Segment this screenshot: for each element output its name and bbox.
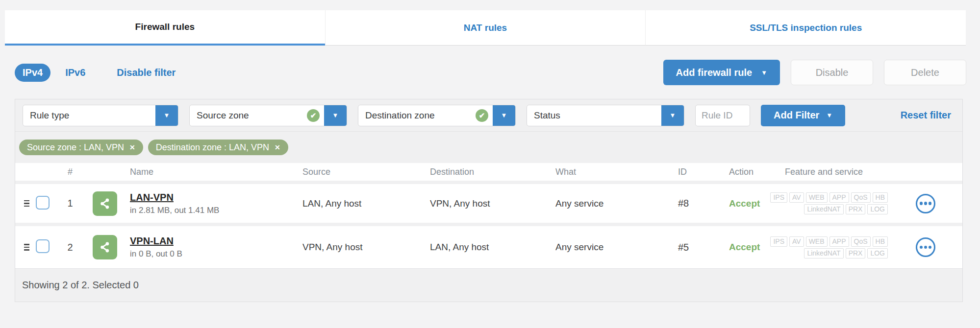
delete-button[interactable]: Delete	[884, 60, 966, 85]
rule-traffic-stats: in 0 B, out 0 B	[130, 249, 182, 259]
close-icon[interactable]: ✕	[129, 143, 135, 151]
badge-log: LOG	[867, 248, 888, 258]
row-number: 2	[53, 242, 87, 253]
tab-label: SSL/TLS inspection rules	[750, 23, 862, 33]
rule-destination: VPN, Any host	[424, 198, 550, 209]
rule-name-cell: VPN-LAN in 0 B, out 0 B	[87, 235, 297, 259]
chevron-down-icon: ▼	[826, 112, 832, 118]
table-row: 2 VPN-LAN in 0 B, out 0 B VPN, Any host …	[15, 226, 962, 268]
rule-type-tabs: Firewall rules NAT rules SSL/TLS inspect…	[5, 10, 966, 46]
header-action: Action	[709, 167, 765, 177]
rule-action: Accept	[709, 242, 765, 253]
add-firewall-rule-label: Add firewall rule	[676, 67, 753, 78]
toolbar: IPv4 IPv6 Disable filter Add firewall ru…	[15, 60, 966, 85]
header-number: #	[53, 167, 87, 177]
tab-label: NAT rules	[464, 23, 507, 33]
badge-linkednat: LinkedNAT	[804, 204, 843, 214]
table-header: # Name Source Destination What ID Action…	[15, 163, 962, 184]
status-dropdown-label: Status	[527, 110, 661, 121]
add-firewall-rule-button[interactable]: Add firewall rule ▼	[663, 60, 780, 85]
active-filter-chips: Source zone : LAN, VPN ✕ Destination zon…	[15, 131, 962, 163]
rule-destination: LAN, Any host	[424, 242, 550, 253]
source-zone-dropdown[interactable]: Source zone ✔ ▼	[189, 105, 347, 126]
badge-hb: HB	[873, 192, 888, 203]
tab-firewall-rules[interactable]: Firewall rules	[5, 10, 325, 46]
badge-av: AV	[789, 236, 804, 247]
rule-name-link[interactable]: VPN-LAN	[130, 235, 182, 247]
rule-source: VPN, Any host	[297, 242, 424, 253]
rule-name-block: LAN-VPN in 2.81 MB, out 1.41 MB	[130, 192, 219, 215]
rule-id: #5	[672, 242, 709, 253]
badge-log: LOG	[867, 204, 888, 214]
toolbar-actions: Add firewall rule ▼ Disable Delete	[663, 60, 966, 85]
header-id: ID	[672, 167, 709, 177]
tab-label: Firewall rules	[135, 22, 195, 32]
filter-chip-label: Destination zone : LAN, VPN	[156, 142, 269, 153]
badge-app: APP	[829, 236, 849, 247]
rule-name-block: VPN-LAN in 0 B, out 0 B	[130, 235, 182, 259]
filter-row: Rule type ▼ Source zone ✔ ▼ Destination …	[15, 99, 962, 131]
rule-what: Any service	[550, 198, 672, 209]
rule-id: #8	[672, 198, 709, 209]
badge-av: AV	[789, 192, 804, 203]
destination-zone-dropdown[interactable]: Destination zone ✔ ▼	[358, 105, 516, 126]
status-dropdown[interactable]: Status ▼	[527, 105, 684, 126]
badge-prx: PRX	[846, 204, 866, 214]
rule-traffic-stats: in 2.81 MB, out 1.41 MB	[130, 206, 219, 215]
badge-web: WEB	[806, 236, 828, 247]
chevron-down-icon[interactable]: ▼	[324, 105, 347, 126]
badge-app: APP	[829, 192, 849, 203]
filter-chip-source-zone[interactable]: Source zone : LAN, VPN ✕	[19, 140, 143, 155]
header-what: What	[550, 167, 672, 177]
destination-zone-dropdown-label: Destination zone	[358, 110, 476, 121]
filter-chip-destination-zone[interactable]: Destination zone : LAN, VPN ✕	[148, 140, 288, 155]
header-destination: Destination	[424, 167, 550, 177]
rule-type-dropdown[interactable]: Rule type ▼	[23, 105, 178, 126]
rule-type-dropdown-label: Rule type	[23, 110, 155, 121]
more-actions-icon[interactable]	[916, 194, 935, 213]
rule-name-cell: LAN-VPN in 2.81 MB, out 1.41 MB	[87, 191, 297, 216]
rule-name-link[interactable]: LAN-VPN	[130, 192, 219, 203]
chevron-down-icon[interactable]: ▼	[155, 105, 178, 126]
share-network-icon[interactable]	[93, 235, 117, 259]
share-network-icon[interactable]	[93, 191, 117, 216]
check-icon: ✔	[476, 109, 488, 122]
showing-selected-status: Showing 2 of 2. Selected 0	[22, 280, 139, 291]
feature-badges: IPS AV WEB APP QoS HB LinkedNAT PRX LOG	[765, 192, 889, 214]
more-actions-icon[interactable]	[916, 237, 935, 257]
badge-hb: HB	[873, 236, 888, 247]
close-icon[interactable]: ✕	[275, 143, 280, 151]
chevron-down-icon[interactable]: ▼	[661, 105, 684, 126]
row-checkbox[interactable]	[36, 239, 50, 253]
reset-filter-link[interactable]: Reset filter	[901, 110, 951, 121]
rule-source: LAN, Any host	[297, 198, 424, 209]
add-filter-button[interactable]: Add Filter ▼	[761, 105, 845, 126]
badge-qos: QoS	[851, 236, 871, 247]
badge-prx: PRX	[846, 248, 866, 258]
rule-what: Any service	[550, 242, 672, 253]
row-checkbox[interactable]	[36, 196, 50, 210]
check-icon: ✔	[307, 109, 320, 122]
firewall-rules-panel: Rule type ▼ Source zone ✔ ▼ Destination …	[15, 99, 963, 302]
drag-handle-icon[interactable]	[15, 200, 32, 207]
row-number: 1	[53, 198, 87, 209]
chevron-down-icon[interactable]: ▼	[493, 105, 515, 126]
disable-button[interactable]: Disable	[791, 60, 873, 85]
header-name: Name	[87, 167, 297, 177]
tab-ssl-tls-inspection-rules[interactable]: SSL/TLS inspection rules	[645, 10, 966, 46]
ipv6-toggle[interactable]: IPv6	[65, 67, 85, 78]
add-filter-label: Add Filter	[774, 110, 819, 121]
feature-badges: IPS AV WEB APP QoS HB LinkedNAT PRX LOG	[765, 236, 889, 258]
table-row: 1 LAN-VPN in 2.81 MB, out 1.41 MB LAN, A…	[15, 184, 962, 226]
tab-nat-rules[interactable]: NAT rules	[325, 10, 646, 46]
header-feature-and-service: Feature and service	[765, 167, 889, 177]
disable-filter-link[interactable]: Disable filter	[117, 67, 176, 78]
rule-id-input[interactable]	[695, 105, 750, 126]
badge-linkednat: LinkedNAT	[804, 248, 843, 258]
source-zone-dropdown-label: Source zone	[190, 110, 307, 121]
badge-qos: QoS	[851, 192, 871, 203]
rule-action: Accept	[709, 198, 765, 209]
ipv4-toggle[interactable]: IPv4	[15, 64, 50, 82]
drag-handle-icon[interactable]	[15, 244, 32, 251]
chevron-down-icon: ▼	[761, 70, 767, 76]
